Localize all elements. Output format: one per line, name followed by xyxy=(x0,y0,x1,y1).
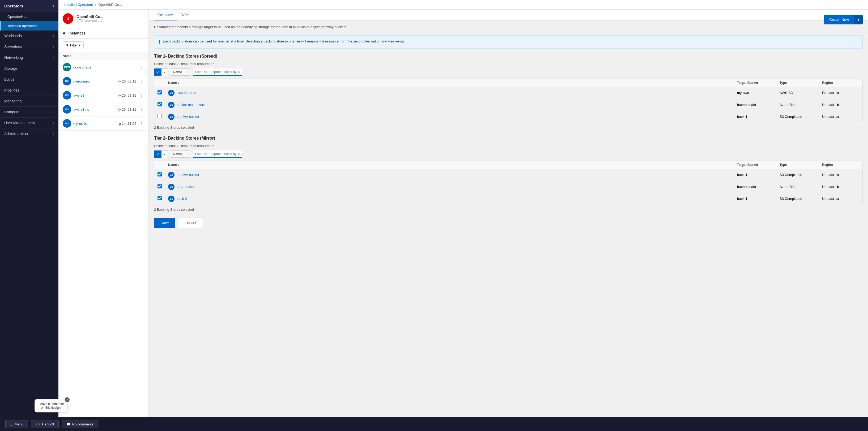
tier1-select-all-checkbox[interactable]: ✓ xyxy=(154,68,161,76)
tier2-name-filter-select[interactable]: Name ▾ xyxy=(170,151,191,158)
sidebar-item-pipelines[interactable]: Pipelines › xyxy=(0,85,58,96)
tier2-row-archive-bucket[interactable]: BS archive-bucket buck-1 S3 Compitable U… xyxy=(154,169,862,181)
tier1-row3-checkbox[interactable] xyxy=(157,114,162,119)
create-new-dropdown-icon: ▾ xyxy=(858,18,860,22)
filter-dropdown-icon: ▾ xyxy=(79,43,81,47)
tier2-row3-checkbox[interactable] xyxy=(157,196,162,200)
tier1-filter-input[interactable] xyxy=(193,68,242,76)
tier2-select-dropdown[interactable]: ▾ xyxy=(161,151,168,158)
sidebar-item-networking[interactable]: Networking › xyxy=(0,52,58,63)
tier2-row3-name[interactable]: buck-2 xyxy=(177,197,187,201)
no-comments-button[interactable]: 💬 No comments xyxy=(62,420,98,428)
tier1-row1-check[interactable] xyxy=(157,90,168,95)
bottom-bar: ☰ Menu </> Handoff 💬 No comments xyxy=(0,417,868,431)
instance-row-aws-s3[interactable]: BS aws-s3 ly 26, 03:11 ⋮ xyxy=(58,88,149,102)
tier1-name-filter-select[interactable]: Name ▾ xyxy=(170,68,191,76)
sidebar-item-monitoring[interactable]: Monitoring › xyxy=(0,96,58,107)
tier2-filter-input[interactable] xyxy=(193,151,242,158)
tier1-row1-region: Eu-east-1a xyxy=(822,91,859,95)
tab-yaml[interactable]: YAML xyxy=(177,9,194,21)
no-comments-label: No comments xyxy=(72,422,93,426)
tier2-row3-name-cell: BS buck-2 xyxy=(168,196,737,202)
tier2-region-col-header: Region xyxy=(822,163,859,167)
my-ns-bc-kebab[interactable]: ⋮ xyxy=(138,120,144,127)
sidebar-item-operatorhub[interactable]: OperatorHub xyxy=(0,12,58,21)
sidebar-item-builds[interactable]: Builds › xyxy=(0,74,58,85)
tier1-required: * xyxy=(213,62,215,66)
tier1-name-filter-arrow[interactable]: ▾ xyxy=(185,69,191,75)
tier1-title: Tier 1- Backing Stores (Spread) xyxy=(154,54,863,59)
tier2-select-all-checkbox[interactable]: ✓ xyxy=(154,151,161,158)
instance-row-ocs-storage[interactable]: OCS ocs-storage ⋮ xyxy=(58,60,149,74)
tier1-row-archive-bucket[interactable]: BS archive-bucket buck-1 S3 Compitable U… xyxy=(154,111,862,123)
sidebar: Operators ▾ OperatorHub Installed operat… xyxy=(0,0,58,431)
tier2-row-buck-2[interactable]: BS buck-2 buck-1 S3 Compitable Us-east-1… xyxy=(154,193,862,205)
tier2-row2-badge: BS xyxy=(168,184,175,190)
sidebar-operators-label: Operators xyxy=(4,4,23,8)
tier2-row3-check[interactable] xyxy=(157,196,168,201)
networking-chevron: › xyxy=(53,56,54,59)
tier1-row2-check[interactable] xyxy=(157,102,168,107)
breadcrumb-installed-operators[interactable]: Installed Operators xyxy=(64,3,93,7)
builds-chevron: › xyxy=(53,78,54,81)
sidebar-item-administration[interactable]: Administration › xyxy=(0,128,58,139)
instance-row-my-ns-bc[interactable]: BS my-ns-bc g 14, 11:09 ⋮ xyxy=(58,117,149,131)
filter-bar: ▼ Filter ▾ xyxy=(58,39,149,52)
tier2-checkbox-dropdown: ✓ ▾ xyxy=(154,151,168,158)
mirroring-kebab[interactable]: ⋮ xyxy=(138,78,144,85)
aws-s3-badge: BS xyxy=(63,91,71,100)
tier1-select-dropdown[interactable]: ▾ xyxy=(161,68,168,76)
sidebar-operators-header[interactable]: Operators ▾ xyxy=(0,0,58,12)
menu-button[interactable]: ☰ Menu xyxy=(5,420,28,428)
tier1-filter-row: ✓ ▾ Name ▾ xyxy=(154,68,863,76)
instance-row-mirroring[interactable]: BC mirroring-cl... ly 26, 03:11 ⋮ xyxy=(58,74,149,88)
cancel-button[interactable]: Cancel xyxy=(178,218,203,228)
sidebar-item-user-management[interactable]: User Management › xyxy=(0,118,58,128)
sidebar-item-storage[interactable]: Storage › xyxy=(0,63,58,74)
tier2-row1-checkbox[interactable] xyxy=(157,172,162,176)
save-button[interactable]: Save xyxy=(154,218,175,228)
filter-button[interactable]: ▼ Filter ▾ xyxy=(63,41,84,49)
handoff-icon: </> xyxy=(36,422,41,426)
tier1-row-aws-s3-main[interactable]: BS aws-s3-main my-aws AWS-S3 Eu-east-1a xyxy=(154,87,862,99)
tier1-name-col-header[interactable]: Name ↓ xyxy=(168,81,737,85)
create-new-button[interactable]: Create New xyxy=(824,15,854,25)
create-new-dropdown-button[interactable]: ▾ xyxy=(854,15,863,25)
tier1-target-col-header: Target Bucket xyxy=(737,81,780,85)
ocs-storage-kebab[interactable]: ⋮ xyxy=(138,64,144,70)
tier1-check-col xyxy=(157,81,168,85)
tier2-name-filter-arrow[interactable]: ▾ xyxy=(185,151,191,157)
sidebar-item-compute[interactable]: Compute › xyxy=(0,107,58,118)
tier1-row3-check[interactable] xyxy=(157,114,168,119)
name-column-header[interactable]: Name ↑ xyxy=(63,54,144,58)
sidebar-item-serverless[interactable]: Serverless › xyxy=(0,41,58,52)
sidebar-item-installed-operators[interactable]: Installed operators xyxy=(0,21,58,31)
tier1-name-sort: ↓ xyxy=(178,81,179,85)
tier2-row1-name[interactable]: archive-bucket xyxy=(177,173,199,177)
tier2-row-data-bucket[interactable]: BS data-bucket bucket-main Azure Blob Us… xyxy=(154,181,862,193)
tier2-name-col-header[interactable]: Name ↓ xyxy=(168,163,737,167)
tier2-row2-checkbox[interactable] xyxy=(157,184,162,189)
instance-row-aws-s3-ns[interactable]: BS aws-s3-ns ly 26, 03:11 ⋮ xyxy=(58,102,149,117)
split-layout: ↺ OpenShift Co... 4.7.1 provided b... Al… xyxy=(58,9,868,431)
tier1-row-bucket-main-azure[interactable]: BS bucket-main-azure bucket-main Azure B… xyxy=(154,99,862,111)
tier1-row1-name[interactable]: aws-s3-main xyxy=(177,91,196,95)
tier2-row2-check[interactable] xyxy=(157,184,168,189)
tier1-row1-checkbox[interactable] xyxy=(157,90,162,95)
tier2-row2-name[interactable]: data-bucket xyxy=(177,185,195,189)
ocs-storage-badge: OCS xyxy=(63,63,71,71)
handoff-button[interactable]: </> Handoff xyxy=(31,420,59,428)
operator-header: ↺ OpenShift Co... 4.7.1 provided b... xyxy=(58,9,149,28)
tier1-row3-name[interactable]: archive-bucket xyxy=(177,114,199,119)
sidebar-item-workloads[interactable]: Workloads › xyxy=(0,31,58,41)
compute-chevron: › xyxy=(53,110,54,113)
tier2-row1-check[interactable] xyxy=(157,172,168,177)
instances-table: OCS ocs-storage ⋮ BC mirroring-cl... ly … xyxy=(58,60,149,431)
tab-overview[interactable]: Overview xyxy=(154,9,177,21)
aws-s3-kebab[interactable]: ⋮ xyxy=(138,92,144,98)
tier1-row2-checkbox[interactable] xyxy=(157,102,162,106)
operator-info: OpenShift Co... 4.7.1 provided b... xyxy=(76,14,144,23)
tier1-table-header: Name ↓ Target Bucket Type Region xyxy=(154,79,862,87)
tier1-row2-name[interactable]: bucket-main-azure xyxy=(177,103,205,107)
aws-s3-ns-kebab[interactable]: ⋮ xyxy=(138,106,144,112)
